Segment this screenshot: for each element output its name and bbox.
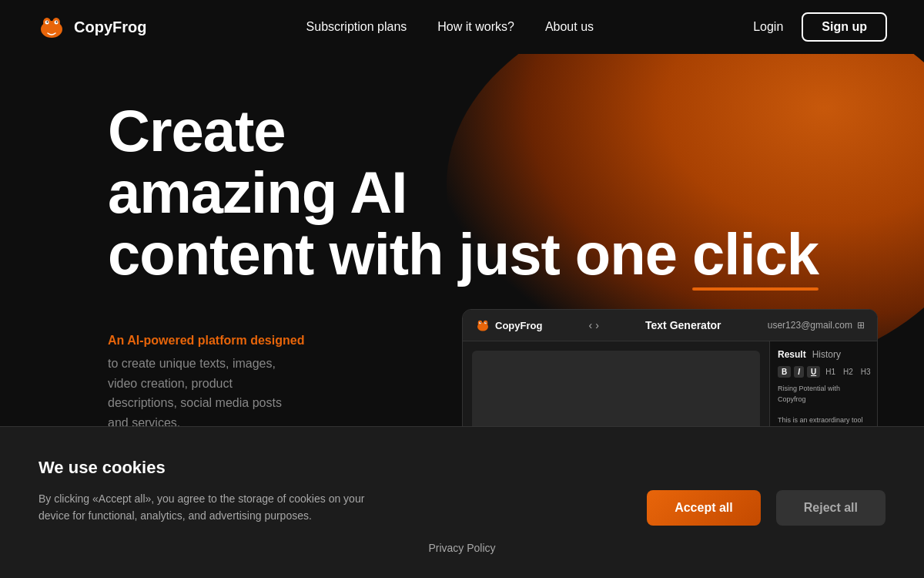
- app-preview-header: CopyFrog ‹ › Text Generator user123@gmai…: [463, 310, 877, 341]
- sidebar-preview-text: Rising Potential with Copyfrog This is a…: [778, 384, 869, 432]
- sidebar-toolbar: B I U H1 H2 H3: [778, 366, 869, 378]
- app-preview-main: [463, 341, 769, 432]
- hero-title-line2: amazing AI: [108, 160, 407, 225]
- sidebar-tabs: Result History: [778, 349, 869, 360]
- svg-point-5: [47, 22, 49, 23]
- svg-point-13: [485, 322, 486, 323]
- hero-title-accent: click: [692, 223, 819, 285]
- toolbar-h3[interactable]: H3: [859, 366, 873, 378]
- hero-sub-text: to create unique texts, images,video cre…: [108, 354, 508, 432]
- sidebar-tab-result[interactable]: Result: [778, 349, 806, 360]
- cookie-title: We use cookies: [38, 458, 886, 478]
- nav-about-us[interactable]: About us: [545, 20, 594, 34]
- app-preview-title: Text Generator: [645, 319, 721, 331]
- hero-title: Create amazing AI content with just one …: [108, 100, 924, 284]
- app-preview-logo: CopyFrog: [475, 318, 542, 333]
- cookie-banner: We use cookies By clicking «Accept all»,…: [0, 426, 924, 578]
- app-preview-user: user123@gmail.com ⊞: [768, 320, 865, 331]
- cookie-footer: Privacy Policy: [38, 541, 886, 555]
- privacy-policy-link[interactable]: Privacy Policy: [428, 542, 495, 554]
- main-nav: Subscription plans How it works? About u…: [306, 20, 594, 34]
- hero-title-line3-prefix: content with just one: [108, 221, 692, 287]
- app-preview-nav-arrows[interactable]: ‹ ›: [589, 319, 599, 331]
- copyfrog-logo-icon: [37, 12, 66, 42]
- cookie-actions: Accept all Reject all: [647, 490, 886, 526]
- hero-section: Create amazing AI content with just one …: [0, 54, 924, 432]
- app-preview-email: user123@gmail.com: [768, 320, 852, 331]
- sidebar-tab-history[interactable]: History: [812, 349, 841, 360]
- signup-button[interactable]: Sign up: [802, 12, 887, 42]
- svg-point-12: [480, 322, 480, 323]
- app-preview-body: Result History B I U H1 H2 H3 Rising Pot…: [463, 341, 877, 432]
- cookie-body: By clicking «Accept all», you agree to t…: [38, 490, 886, 526]
- login-button[interactable]: Login: [753, 20, 783, 34]
- app-preview-card: CopyFrog ‹ › Text Generator user123@gmai…: [462, 309, 878, 432]
- hero-sub: An AI-powered platform designed to creat…: [108, 331, 508, 432]
- hero-title-line1: Create: [108, 98, 286, 163]
- logo-text: CopyFrog: [74, 18, 146, 36]
- nav-subscription-plans[interactable]: Subscription plans: [306, 20, 407, 34]
- auth-area: Login Sign up: [753, 12, 887, 42]
- toolbar-h2[interactable]: H2: [841, 366, 855, 378]
- toolbar-italic[interactable]: I: [794, 366, 804, 378]
- app-preview-sidebar: Result History B I U H1 H2 H3 Rising Pot…: [769, 341, 877, 432]
- cookie-reject-button[interactable]: Reject all: [776, 490, 886, 526]
- toolbar-underline[interactable]: U: [807, 366, 820, 378]
- cookie-description: By clicking «Accept all», you agree to t…: [38, 490, 377, 525]
- cookie-accept-button[interactable]: Accept all: [647, 490, 761, 526]
- nav-how-it-works[interactable]: How it works?: [437, 20, 514, 34]
- app-preview-logo-text: CopyFrog: [495, 320, 542, 331]
- app-preview-frog-icon: [475, 318, 490, 333]
- toolbar-bold[interactable]: B: [778, 366, 791, 378]
- app-preview-user-icon: ⊞: [857, 320, 865, 331]
- hero-sub-highlight: An AI-powered platform designed: [108, 331, 508, 351]
- logo[interactable]: CopyFrog: [37, 12, 146, 42]
- toolbar-h1[interactable]: H1: [823, 366, 838, 378]
- svg-point-6: [56, 22, 58, 23]
